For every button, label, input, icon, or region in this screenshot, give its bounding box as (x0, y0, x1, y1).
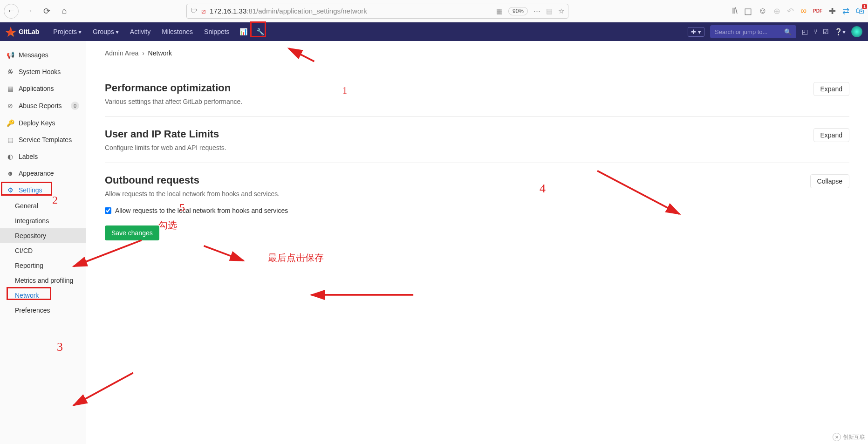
rate-desc: Configure limits for web and API request… (105, 144, 226, 151)
sidebar-service-templates[interactable]: ▤Service Templates (0, 131, 86, 148)
nav-milestones[interactable]: Milestones (157, 22, 198, 41)
nav-snippets[interactable]: Snippets (199, 22, 234, 41)
url-bar[interactable]: 🛡 ⧄ 172.16.1.33:81/admin/application_set… (186, 4, 568, 19)
sidebar-cicd[interactable]: CI/CD (0, 243, 86, 258)
perf-expand-button[interactable]: Expand (813, 82, 849, 96)
issues-icon[interactable]: ◰ (802, 28, 808, 35)
gear-icon: ⚙ (7, 186, 14, 194)
section-rate-limits: User and IP Rate Limits Configure limits… (105, 117, 849, 163)
outbound-collapse-button[interactable]: Collapse (810, 174, 849, 188)
top-navigation: GitLab Projects ▾ Groups ▾ Activity Mile… (0, 22, 868, 41)
key-icon: 🔑 (7, 119, 14, 127)
search-input[interactable]: Search or jump to... 🔍 (710, 25, 796, 38)
gitlab-logo[interactable]: GitLab (6, 27, 39, 37)
sidebar-integrations[interactable]: Integrations (0, 213, 86, 228)
merge-icon[interactable]: ⑂ (813, 28, 817, 35)
new-menu[interactable]: ✚ ▾ (688, 27, 704, 37)
todos-icon[interactable]: ☑ (823, 28, 829, 35)
rate-title: User and IP Rate Limits (105, 128, 226, 140)
library-icon[interactable]: ⫴\ (731, 6, 738, 16)
ban-icon: ⊘ (7, 102, 14, 109)
user-avatar[interactable] (851, 26, 862, 37)
outbound-desc: Allow requests to the local network from… (105, 190, 280, 198)
sidebar-reporting[interactable]: Reporting (0, 258, 86, 273)
gitlab-mark-icon (6, 27, 16, 37)
outbound-checkbox[interactable] (105, 207, 111, 214)
search-icon: 🔍 (784, 28, 792, 35)
outbound-checkbox-label: Allow requests to the local network from… (115, 207, 288, 214)
shield-icon: 🛡 (191, 7, 198, 15)
breadcrumb: Admin Area › Network (105, 49, 849, 57)
more-icon[interactable]: ⋯ (533, 7, 540, 15)
insecure-icon: ⧄ (201, 7, 206, 15)
help-icon[interactable]: ❔▾ (834, 28, 846, 35)
perf-title: Performance optimization (105, 82, 242, 94)
template-icon: ▤ (7, 136, 14, 143)
sidebar-icon[interactable]: ◫ (744, 6, 752, 16)
outbound-title: Outbound requests (105, 174, 280, 186)
star-icon[interactable]: ☆ (558, 7, 564, 15)
watermark-text: 创新互联 (843, 433, 865, 441)
sync-icon[interactable]: ⇄ (842, 6, 849, 16)
sidebar-general[interactable]: General (0, 198, 86, 213)
chart-icon[interactable]: 📊 (236, 22, 251, 41)
megaphone-icon: 📢 (7, 51, 14, 59)
account-icon[interactable]: ☺ (759, 6, 767, 16)
reader-icon[interactable]: ▤ (546, 7, 553, 15)
labels-icon: ◐ (7, 153, 14, 160)
sidebar-network[interactable]: Network (0, 288, 86, 303)
grid-icon: ▦ (7, 85, 14, 92)
appearance-icon: ☻ (7, 170, 14, 177)
rate-expand-button[interactable]: Expand (813, 128, 849, 142)
hook-icon: ֎ (7, 68, 14, 75)
url-path: :81/admin/application_settings/network (246, 7, 367, 15)
home-button[interactable]: ⌂ (57, 4, 72, 19)
url-host: 172.16.1.33 (210, 7, 246, 15)
sidebar-preferences[interactable]: Preferences (0, 303, 86, 318)
nav-activity[interactable]: Activity (125, 22, 155, 41)
zoom-level[interactable]: 90% (508, 7, 528, 15)
forward-button[interactable]: → (21, 4, 36, 19)
sidebar-abuse-reports[interactable]: ⊘Abuse Reports0 (0, 97, 86, 115)
brand-text: GitLab (19, 28, 39, 35)
main-content: Admin Area › Network Performance optimiz… (86, 41, 868, 444)
watermark-icon: ✕ (833, 433, 841, 441)
back-button[interactable]: ← (4, 4, 19, 19)
save-changes-button[interactable]: Save changes (105, 225, 159, 240)
browser-chrome: ← → ⟳ ⌂ 🛡 ⧄ 172.16.1.33:81/admin/applica… (0, 0, 868, 22)
chevron-down-icon: ▾ (78, 28, 82, 35)
qr-icon[interactable]: ▦ (496, 7, 503, 15)
ext-infinity-icon[interactable]: ∞ (800, 6, 806, 16)
perf-desc: Various settings that affect GitLab perf… (105, 98, 242, 105)
sidebar-metrics[interactable]: Metrics and profiling (0, 273, 86, 288)
svg-line-2 (86, 373, 133, 405)
sidebar-labels[interactable]: ◐Labels (0, 148, 86, 165)
breadcrumb-admin[interactable]: Admin Area (105, 49, 138, 57)
puzzle-icon[interactable]: ✚ (829, 6, 836, 16)
outbound-checkbox-row[interactable]: Allow requests to the local network from… (105, 207, 849, 214)
anno-final: 最后点击保存 (268, 252, 324, 264)
ext1-icon[interactable]: ⊕ (773, 6, 780, 16)
sidebar-messages[interactable]: 📢Messages (0, 47, 86, 63)
sidebar-repository[interactable]: Repository (0, 228, 86, 243)
abuse-count-badge: 0 (71, 102, 79, 110)
shopping-icon[interactable]: 🛍 (856, 6, 864, 16)
browser-extensions: ⫴\ ◫ ☺ ⊕ ↶ ∞ PDF ✚ ⇄ 🛍 (731, 6, 864, 16)
admin-sidebar: 📢Messages ֎System Hooks ▦Applications ⊘A… (0, 41, 86, 444)
section-performance: Performance optimization Various setting… (105, 71, 849, 117)
breadcrumb-current: Network (148, 49, 172, 57)
reload-button[interactable]: ⟳ (39, 4, 54, 19)
ext-pdf-icon[interactable]: PDF (813, 8, 822, 14)
sidebar-applications[interactable]: ▦Applications (0, 80, 86, 97)
sidebar-deploy-keys[interactable]: 🔑Deploy Keys (0, 115, 86, 131)
watermark: ✕ 创新互联 (833, 433, 865, 441)
sidebar-appearance[interactable]: ☻Appearance (0, 165, 86, 182)
undo-icon[interactable]: ↶ (787, 6, 794, 16)
nav-projects[interactable]: Projects ▾ (48, 22, 86, 41)
sidebar-settings[interactable]: ⚙Settings (0, 182, 86, 198)
nav-groups[interactable]: Groups ▾ (88, 22, 123, 41)
wrench-icon[interactable]: 🔧 (253, 22, 268, 41)
sidebar-system-hooks[interactable]: ֎System Hooks (0, 63, 86, 80)
section-outbound: Outbound requests Allow requests to the … (105, 163, 849, 252)
search-placeholder: Search or jump to... (715, 28, 767, 35)
